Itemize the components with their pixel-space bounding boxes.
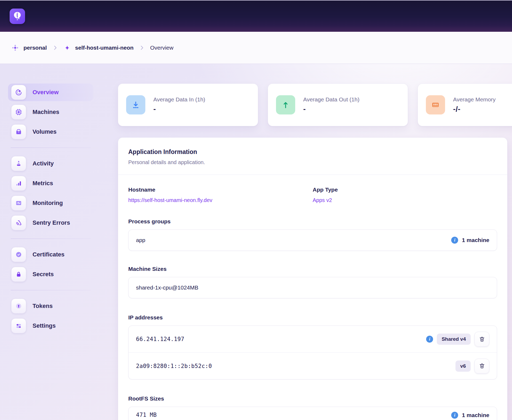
sparkle-icon <box>63 44 71 51</box>
stat-title: Average Data In (1h) <box>153 96 205 103</box>
machine-size-value: shared-1x-cpu@1024MB <box>136 284 198 291</box>
sidebar-item-label: Overview <box>33 89 59 96</box>
bar-chart-icon <box>11 176 26 191</box>
hostname-link[interactable]: https://self-host-umami-neon.fly.dev <box>128 197 212 203</box>
sidebar-divider <box>11 290 91 290</box>
sidebar-item-metrics[interactable]: Metrics <box>8 175 93 192</box>
sidebar-item-machines[interactable]: Machines <box>8 103 93 121</box>
machine-sizes-label: Machine Sizes <box>128 266 497 272</box>
hostname-field: Hostname https://self-host-umami-neon.fl… <box>128 187 313 203</box>
sidebar-item-label: Secrets <box>33 271 54 278</box>
delete-ip-button[interactable] <box>474 359 489 374</box>
ip-address: 66.241.124.197 <box>136 336 184 342</box>
sidebar-item-overview[interactable]: Overview <box>8 84 93 101</box>
ip-address: 2a09:8280:1::2b:b52c:0 <box>136 363 212 369</box>
org-dots-icon <box>11 44 19 52</box>
sidebar-item-secrets[interactable]: Secrets <box>8 266 93 283</box>
stat-card-memory: Average Memory -/- <box>418 84 512 126</box>
sidebar-item-label: Metrics <box>33 180 53 187</box>
application-information-card: Application Information Personal details… <box>118 137 507 420</box>
sidebar: Overview Machines <box>8 84 93 337</box>
breadcrumb-page[interactable]: Overview <box>150 45 174 51</box>
breadcrumb-org-label: personal <box>23 45 47 51</box>
stat-card-text: Average Data Out (1h) - <box>303 96 359 113</box>
process-groups-label: Process groups <box>128 218 497 225</box>
stat-title: Average Data Out (1h) <box>303 96 359 103</box>
breadcrumb: personal self-host-umami-neon Overview <box>0 32 512 64</box>
stat-value: - <box>153 105 205 113</box>
certificate-badge-icon <box>11 247 26 262</box>
app-card-title: Application Information <box>128 148 497 156</box>
sidebar-item-activity[interactable]: Activity <box>8 155 93 172</box>
breadcrumb-app-label: self-host-umami-neon <box>75 45 134 51</box>
ip-type-badge: v6 <box>455 360 471 372</box>
stat-value: -/- <box>453 105 496 113</box>
info-icon[interactable]: i <box>426 336 433 343</box>
breadcrumb-org[interactable]: personal <box>11 44 47 52</box>
machine-sizes-box: shared-1x-cpu@1024MB <box>128 277 497 298</box>
chevron-right-icon <box>139 45 145 51</box>
ip-addresses-label: IP addresses <box>128 314 497 321</box>
ip-row-v4: 66.241.124.197 i Shared v4 <box>129 326 497 352</box>
sidebar-item-sentry-errors[interactable]: Sentry Errors <box>8 214 93 232</box>
ip-row-right: v6 <box>455 359 489 374</box>
ip-row-v6: 2a09:8280:1::2b:b52c:0 v6 <box>129 352 497 379</box>
sidebar-divider <box>11 148 91 148</box>
rootfs-sizes-box: 471 MB i 1 machine <box>128 407 497 420</box>
info-icon[interactable]: i <box>451 412 458 419</box>
app-card-body: Hostname https://self-host-umami-neon.fl… <box>118 175 507 420</box>
cpu-chip-icon <box>11 105 26 120</box>
sidebar-item-label: Tokens <box>33 303 53 310</box>
app-type-link[interactable]: Apps v2 <box>313 197 332 203</box>
process-groups-box: app i 1 machine <box>128 229 497 251</box>
sidebar-item-label: Settings <box>33 322 56 329</box>
hostname-label: Hostname <box>128 187 313 193</box>
main-content: Average Data In (1h) - Average Data Out … <box>118 84 512 420</box>
stat-card-text: Average Data In (1h) - <box>153 96 205 113</box>
download-icon <box>126 95 145 114</box>
layout: Overview Machines <box>0 64 512 420</box>
upload-icon <box>276 95 295 114</box>
machine-count: 1 machine <box>462 237 489 243</box>
breadcrumb-page-label: Overview <box>150 45 174 51</box>
lock-icon <box>11 267 26 282</box>
sidebar-item-label: Activity <box>33 160 54 167</box>
sentry-logo-icon <box>11 215 26 230</box>
stat-card-text: Average Memory -/- <box>453 96 496 113</box>
process-group-name: app <box>136 237 145 243</box>
memory-icon <box>426 95 445 114</box>
sidebar-item-label: Volumes <box>33 128 57 135</box>
sidebar-item-label: Monitoring <box>33 200 63 207</box>
sidebar-item-volumes[interactable]: Volumes <box>8 123 93 141</box>
breadcrumb-app[interactable]: self-host-umami-neon <box>63 44 134 51</box>
sidebar-item-settings[interactable]: Settings <box>8 317 93 335</box>
sidebar-item-label: Certificates <box>33 251 65 258</box>
sidebar-item-tokens[interactable]: Tokens <box>8 297 93 315</box>
process-group-row: app i 1 machine <box>129 230 497 251</box>
app-type-field: App Type Apps v2 <box>313 187 497 203</box>
trash-icon <box>479 363 485 369</box>
toggles-icon <box>11 318 26 333</box>
top-header <box>0 0 512 32</box>
sidebar-item-monitoring[interactable]: Monitoring <box>8 194 93 212</box>
sidebar-item-certificates[interactable]: Certificates <box>8 246 93 263</box>
activity-stack-icon <box>11 156 26 171</box>
sidebar-item-label: Sentry Errors <box>33 219 70 226</box>
fly-logo[interactable] <box>10 9 25 24</box>
stat-title: Average Memory <box>453 96 496 103</box>
stat-card-data-out: Average Data Out (1h) - <box>268 84 408 126</box>
balloon-icon <box>12 11 23 22</box>
delete-ip-button[interactable] <box>474 332 489 347</box>
monitor-pulse-icon <box>11 196 26 211</box>
hostname-apptype-grid: Hostname https://self-host-umami-neon.fl… <box>128 187 497 203</box>
rootfs-row-right: i 1 machine <box>451 412 489 419</box>
machine-count: 1 machine <box>462 412 489 418</box>
process-group-right: i 1 machine <box>451 237 489 244</box>
sidebar-item-label: Machines <box>33 109 59 116</box>
rootfs-size: 471 MB <box>136 412 157 418</box>
info-icon[interactable]: i <box>451 237 458 244</box>
app-type-label: App Type <box>313 187 497 193</box>
ip-type-badge: Shared v4 <box>437 334 471 345</box>
chevron-right-icon <box>52 45 58 51</box>
ip-addresses-box: 66.241.124.197 i Shared v4 <box>128 326 497 379</box>
